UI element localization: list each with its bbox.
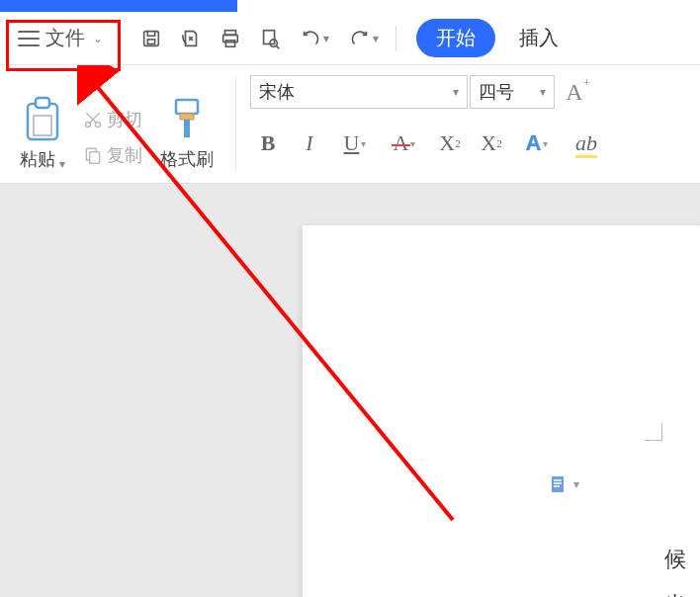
svg-rect-14 [176,100,198,114]
font-group: 宋体 ▾ 四号 ▾ A+ B I U▾ A▾ X2 X2 A▾ [244,71,614,177]
chevron-down-icon: ▾ [59,157,65,171]
chevron-down-icon: ▾ [373,32,379,45]
menu-bar: 文件 ⌄ ▾ ▾ 开始 插入 [0,12,700,65]
chevron-down-icon: ⌄ [93,32,103,45]
format-painter-label: 格式刷 [160,147,214,171]
output-button[interactable] [172,20,210,57]
superscript-button[interactable]: X2 [432,127,468,160]
font-family-value: 宋体 [259,80,295,104]
clipboard-group: 粘贴 ▾ 剪切 复制 格式刷 [6,71,227,177]
redo-button[interactable]: ▾ [340,20,388,57]
ribbon-tabs: 开始 插入 [416,17,574,59]
strikethrough-button[interactable]: A▾ [383,127,426,160]
svg-rect-8 [36,98,49,108]
text-effects-button[interactable]: A▾ [515,127,559,160]
font-family-select[interactable]: 宋体 ▾ [250,75,468,109]
tab-insert[interactable]: 插入 [503,17,574,59]
chevron-down-icon: ▾ [540,85,546,99]
copy-button[interactable]: 复制 [83,143,142,167]
cut-label: 剪切 [107,108,142,131]
title-bar-fragment [0,0,237,12]
svg-rect-17 [552,476,564,492]
print-preview-button[interactable] [251,20,289,57]
document-page[interactable]: ▾ 候 当 [303,225,700,597]
document-canvas[interactable]: ▾ 候 当 [0,184,700,597]
text-line-2: 当 [664,585,686,597]
subscript-button[interactable]: X2 [474,127,509,160]
svg-rect-9 [34,116,51,135]
font-size-select[interactable]: 四号 ▾ [470,75,555,109]
italic-button[interactable]: I [292,127,327,160]
svg-point-6 [270,39,277,45]
undo-button[interactable]: ▾ [291,20,338,57]
text-line-1: 候 [664,540,686,579]
file-menu-label: 文件 [45,25,85,51]
bold-button[interactable]: B [250,127,286,160]
tab-start[interactable]: 开始 [416,19,495,57]
underline-button[interactable]: U▾ [333,127,377,160]
clipboard-icon [22,96,63,143]
paste-label: 粘贴 [20,147,55,171]
chevron-down-icon: ▾ [573,477,579,491]
paste-options-tag[interactable]: ▾ [550,474,579,494]
chevron-down-icon: ▾ [453,85,459,99]
margin-guide [645,423,662,441]
highlight-button[interactable]: ab [565,127,608,160]
svg-rect-15 [180,114,194,120]
file-menu[interactable]: 文件 ⌄ [6,19,115,57]
ribbon: 粘贴 ▾ 剪切 复制 格式刷 [0,65,700,184]
document-icon [550,474,568,494]
format-painter-button[interactable]: 格式刷 [152,94,221,173]
separator [395,26,396,51]
font-size-value: 四号 [479,80,514,104]
print-button[interactable] [212,20,249,57]
copy-icon [83,145,103,165]
copy-label: 复制 [107,143,142,167]
svg-rect-4 [225,40,234,45]
paste-button[interactable]: 粘贴 ▾ [12,94,73,173]
chevron-down-icon: ▾ [323,32,329,45]
scissors-icon [83,110,103,129]
svg-rect-16 [184,120,190,137]
separator [235,77,236,171]
brush-icon [168,96,206,143]
cut-button[interactable]: 剪切 [83,108,142,131]
save-button[interactable] [132,20,170,57]
svg-rect-5 [264,30,275,43]
svg-rect-1 [147,39,154,43]
increase-font-button[interactable]: A+ [557,75,592,109]
hamburger-icon [18,30,40,47]
document-text: 候 当 [664,540,686,597]
svg-rect-13 [90,152,100,164]
